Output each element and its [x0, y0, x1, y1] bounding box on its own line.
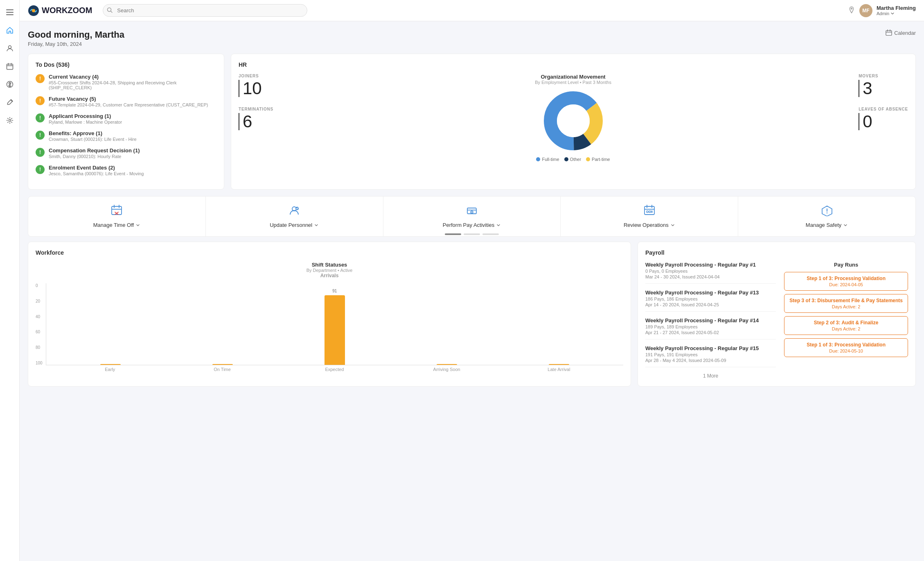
- sidebar: [0, 0, 20, 561]
- todo-item[interactable]: ! Compensation Request Decision (1) Smit…: [36, 147, 216, 159]
- todo-subtitle: Smith, Danny (000210): Hourly Rate: [49, 154, 140, 159]
- action-manage-time-off[interactable]: Manage Time Off: [28, 197, 206, 236]
- pay-run-button[interactable]: Step 2 of 3: Audit & Finalize Days Activ…: [784, 316, 908, 335]
- action-perform-pay-activities[interactable]: Perform Pay Activities: [383, 197, 561, 236]
- manage-time-off-icon: [111, 205, 122, 219]
- action-manage-safety[interactable]: Manage Safety: [738, 197, 915, 236]
- payroll-item[interactable]: Weekly Payroll Processing - Regular Pay …: [645, 345, 776, 367]
- svg-rect-2: [6, 14, 14, 15]
- joiners-stat: JOINERS 10: [239, 74, 288, 97]
- todo-item[interactable]: ! Applicant Processing (1) Ryland, Marlo…: [36, 113, 216, 124]
- todo-item[interactable]: ! Current Vacancy (4) #55-Crossover Shif…: [36, 74, 216, 90]
- pay-run-button[interactable]: Step 1 of 3: Processing Validation Due: …: [784, 338, 908, 357]
- svg-rect-0: [6, 9, 14, 10]
- payroll-item-title: Weekly Payroll Processing - Regular Pay …: [645, 290, 776, 296]
- chart-legend: Full-time Other Part-time: [536, 157, 610, 162]
- todo-badge: !: [36, 148, 45, 157]
- perform-pay-label: Perform Pay Activities: [443, 222, 501, 228]
- user-section: MF Martha Fleming Admin: [848, 4, 916, 17]
- payroll-title: Payroll: [645, 249, 908, 256]
- todo-text: Current Vacancy (4) #55-Crossover Shifts…: [49, 74, 216, 90]
- todo-subtitle: Jesco, Samantha (000076): Life Event - M…: [49, 171, 144, 176]
- payroll-item[interactable]: Weekly Payroll Processing - Regular Pay …: [645, 317, 776, 339]
- payroll-item-detail1: 186 Pays, 186 Employees: [645, 296, 776, 301]
- manage-safety-label: Manage Safety: [806, 222, 848, 228]
- manage-time-off-label: Manage Time Off: [93, 222, 140, 228]
- todo-badge: !: [36, 74, 45, 83]
- action-review-operations[interactable]: Review Operations: [561, 197, 738, 236]
- pay-run-subtitle: Due: 2024-05-10: [789, 348, 903, 353]
- payroll-item[interactable]: Weekly Payroll Processing - Regular Pay …: [645, 290, 776, 312]
- bar-late-arrival: [503, 364, 615, 365]
- pay-run-title: Step 1 of 3: Processing Validation: [789, 276, 903, 281]
- page-header: Good morning, Martha Friday, May 10th, 2…: [28, 29, 916, 47]
- sidebar-home-icon[interactable]: [2, 23, 17, 38]
- todos-title: To Dos (536): [36, 61, 216, 68]
- search-input[interactable]: [103, 4, 307, 17]
- perform-pay-icon: [466, 205, 478, 219]
- todo-title: Current Vacancy (4): [49, 74, 216, 80]
- hr-card: HR JOINERS 10 TERMINATIONS 6: [231, 54, 916, 190]
- hr-title: HR: [239, 61, 908, 68]
- donut-chart: [541, 88, 606, 154]
- movers-stat: MOVERS 3: [859, 74, 908, 97]
- payroll-item-title: Weekly Payroll Processing - Regular Pay …: [645, 317, 776, 323]
- pay-run-button[interactable]: Step 1 of 3: Processing Validation Due: …: [784, 272, 908, 291]
- svg-rect-4: [7, 64, 13, 70]
- pay-run-button[interactable]: Step 3 of 3: Disbursement File & Pay Sta…: [784, 294, 908, 313]
- topnav: WORKZOOM MF Martha Fleming Admin: [20, 0, 924, 21]
- y-axis: 100 80 60 40 20 0: [36, 283, 46, 365]
- sidebar-menu-icon[interactable]: [2, 5, 17, 20]
- payroll-more-link[interactable]: 1 More: [645, 373, 776, 379]
- payroll-item-detail2: Apr 21 - 27 2024, Issued 2024-05-02: [645, 330, 776, 335]
- todo-subtitle: #57-Template 2024-04-29, Customer Care R…: [49, 102, 208, 107]
- workforce-card: Workforce Shift Statuses By Department •…: [28, 242, 631, 387]
- user-role[interactable]: Admin: [877, 11, 916, 16]
- workforce-title: Workforce: [36, 249, 623, 256]
- sidebar-gear-icon[interactable]: [2, 113, 17, 128]
- payroll-item-detail2: Apr 14 - 20 2024, Issued 2024-04-25: [645, 302, 776, 307]
- bar-expected: 91: [279, 295, 391, 365]
- svg-rect-16: [886, 31, 892, 36]
- todo-item[interactable]: ! Benefits: Approve (1) Crowman, Stuart …: [36, 130, 216, 142]
- todo-title: Enrolment Event Dates (2): [49, 165, 144, 171]
- search-icon: [107, 7, 113, 14]
- todo-badge: !: [36, 113, 45, 122]
- app-logo: WORKZOOM: [28, 5, 92, 16]
- pay-runs-col: Pay Runs Step 1 of 3: Processing Validat…: [784, 262, 908, 379]
- search-bar: [103, 4, 307, 17]
- svg-point-3: [8, 46, 11, 49]
- svg-point-46: [826, 213, 827, 213]
- pay-run-subtitle: Days Active: 2: [789, 304, 903, 309]
- sidebar-edit-icon[interactable]: [2, 95, 17, 110]
- scroll-dot-3: [482, 233, 499, 235]
- chart-header: Shift Statuses By Department • Active Ar…: [36, 262, 623, 280]
- location-icon[interactable]: [848, 6, 855, 15]
- svg-line-14: [111, 11, 113, 13]
- payroll-item-detail2: Apr 28 - May 4 2024, Issued 2024-05-09: [645, 358, 776, 363]
- greeting-text: Good morning, Martha: [28, 29, 124, 40]
- todo-badge: !: [36, 131, 45, 140]
- svg-rect-41: [647, 211, 648, 213]
- manage-safety-icon: [821, 205, 833, 219]
- svg-point-23: [557, 104, 590, 137]
- action-update-personnel[interactable]: Update Personnel: [206, 197, 383, 236]
- legend-other: Other: [564, 157, 581, 162]
- update-personnel-icon: [288, 205, 300, 219]
- quick-actions-section: Manage Time Off Update Pers: [28, 196, 916, 235]
- sidebar-calendar-icon[interactable]: [2, 59, 17, 74]
- calendar-button[interactable]: Calendar: [886, 29, 916, 36]
- hr-inner: JOINERS 10 TERMINATIONS 6 Organizational…: [239, 74, 908, 162]
- todo-title: Compensation Request Decision (1): [49, 147, 140, 154]
- sidebar-person-icon[interactable]: [2, 41, 17, 56]
- todo-title: Applicant Processing (1): [49, 113, 122, 119]
- todo-item[interactable]: ! Enrolment Event Dates (2) Jesco, Saman…: [36, 165, 216, 176]
- hr-stats-right: MOVERS 3 LEAVES OF ABSENCE 0: [859, 74, 908, 162]
- sidebar-dollar-icon[interactable]: [2, 77, 17, 92]
- x-axis: Early On Time Expected Arriving Soon Lat…: [46, 365, 623, 372]
- payroll-item[interactable]: Weekly Payroll Processing - Regular Pay …: [645, 262, 776, 284]
- dashboard-top-section: To Dos (536) ! Current Vacancy (4) #55-C…: [28, 54, 916, 190]
- dashboard-bottom-section: Workforce Shift Statuses By Department •…: [28, 242, 916, 387]
- todo-item[interactable]: ! Future Vacancy (5) #57-Template 2024-0…: [36, 96, 216, 107]
- user-name: Martha Fleming: [877, 5, 916, 11]
